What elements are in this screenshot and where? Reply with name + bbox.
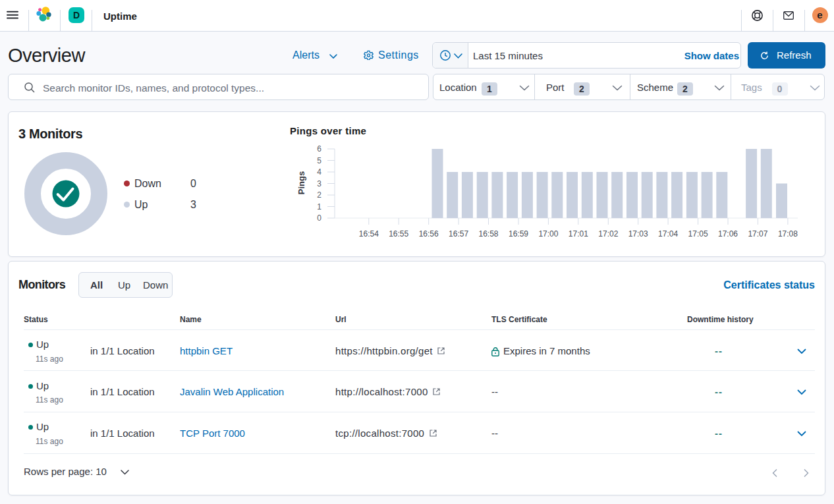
svg-text:16:55: 16:55 — [389, 229, 408, 238]
svg-text:6: 6 — [317, 144, 321, 154]
svg-text:17:01: 17:01 — [569, 229, 588, 238]
svg-text:5: 5 — [317, 156, 321, 165]
svg-text:17:00: 17:00 — [538, 229, 558, 238]
svg-text:17:08: 17:08 — [778, 229, 798, 238]
svg-text:16:58: 16:58 — [478, 229, 498, 238]
svg-text:3: 3 — [317, 179, 321, 188]
svg-text:16:57: 16:57 — [449, 229, 468, 238]
svg-text:17:02: 17:02 — [598, 229, 618, 238]
svg-text:17:07: 17:07 — [748, 229, 767, 238]
svg-text:1: 1 — [317, 202, 321, 211]
svg-text:2: 2 — [317, 190, 321, 200]
svg-text:16:54: 16:54 — [359, 229, 379, 238]
svg-text:17:05: 17:05 — [688, 229, 708, 238]
svg-text:0: 0 — [317, 213, 321, 223]
svg-text:17:03: 17:03 — [628, 229, 648, 238]
svg-text:16:56: 16:56 — [419, 229, 439, 238]
svg-text:16:59: 16:59 — [509, 229, 528, 238]
svg-text:17:04: 17:04 — [658, 229, 678, 238]
svg-text:4: 4 — [317, 167, 321, 177]
svg-text:17:06: 17:06 — [718, 229, 738, 238]
